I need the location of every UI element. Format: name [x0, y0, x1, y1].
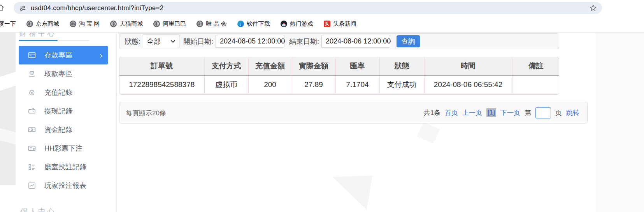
toutiao-icon: 头 — [324, 21, 330, 27]
site-info-icon[interactable] — [19, 5, 26, 12]
page-content: 財務中心 存款專區 › 取款專區 充值記錄 提現 — [0, 33, 644, 212]
sidebar-section-title-clipped: 個人中心 — [20, 207, 90, 212]
browser-toolbar: usdt04.com/hhcp/usercenter.html?iniType=… — [0, 0, 644, 16]
globe-icon — [153, 21, 160, 27]
software-download-icon: ↓ — [237, 21, 244, 27]
col-actual-amount: 實際金額 — [292, 57, 335, 75]
bookmarks-bar: 度一下 京东商城 淘 宝 网 天猫商城 阿里巴巴 唯 品 会 ↓ 软件下载 热门… — [0, 16, 644, 33]
home-icon[interactable] — [0, 3, 5, 12]
jump-suffix-label: 页 — [555, 108, 562, 117]
chevron-down-icon — [170, 40, 175, 43]
url-text: usdt04.com/hhcp/usercenter.html?iniType=… — [31, 4, 163, 12]
chevron-right-icon: › — [100, 51, 102, 60]
status-select[interactable]: 全部 — [143, 35, 179, 48]
sidebar: 財務中心 存款專區 › 取款專區 充值記錄 提現 — [16, 33, 117, 212]
bookmark-vip[interactable]: 唯 品 会 — [197, 20, 226, 28]
bookmark-jd[interactable]: 京东商城 — [26, 20, 59, 28]
cell-recharge-amount: 200 — [248, 75, 292, 94]
left-decorative-strip — [0, 33, 16, 185]
content-edge-divider — [596, 33, 596, 212]
cell-remark — [512, 75, 559, 94]
col-remark: 備註 — [512, 57, 559, 75]
bookmark-toutiao[interactable]: 头 头条新闻 — [324, 20, 356, 28]
cell-rate: 7.1704 — [335, 75, 379, 94]
globe-icon — [70, 21, 76, 27]
status-label: 狀態: — [125, 37, 140, 46]
bookmark-alibaba[interactable]: 阿里巴巴 — [153, 20, 186, 28]
col-rate: 匯率 — [335, 57, 379, 75]
bookmark-tmall[interactable]: 天猫商城 — [110, 20, 143, 28]
bookmark-baidu[interactable]: 度一下 — [0, 20, 16, 28]
cell-order-no: 1722898542588378 — [119, 75, 204, 94]
jump-page-input[interactable] — [535, 107, 551, 118]
current-page-indicator: [1] — [486, 108, 496, 117]
hand-coins-icon — [28, 70, 36, 78]
cell-actual-amount: 27.89 — [292, 75, 335, 94]
sidebar-item-funds-record[interactable]: 資金記錄 — [19, 120, 108, 139]
deposit-card-icon — [28, 51, 36, 59]
start-date-input[interactable]: 2024-08-05 12:00:00 — [216, 35, 284, 48]
banknote-icon — [28, 126, 36, 134]
total-count: 共1条 — [424, 108, 440, 117]
sidebar-item-hall-bet-record[interactable]: 廳室投註記錄 — [19, 158, 108, 176]
search-button[interactable]: 查詢 — [397, 35, 420, 47]
bookmark-star-icon[interactable] — [589, 4, 597, 12]
page-size-text: 每頁顯示20條 — [126, 109, 166, 118]
address-bar[interactable]: usdt04.com/hhcp/usercenter.html?iniType=… — [14, 2, 602, 14]
cell-status: 支付成功 — [379, 75, 424, 94]
wallet-icon — [28, 107, 36, 115]
col-order-no: 訂單號 — [119, 57, 204, 75]
table-header-row: 訂單號 支付方式 充值金額 實際金額 匯率 狀態 時間 備註 — [119, 57, 559, 75]
sidebar-item-withdraw-zone[interactable]: 取款專區 — [19, 64, 108, 83]
prev-page-link[interactable]: 上一页 — [462, 108, 482, 117]
table-row: 1722898542588378 虚拟币 200 27.89 7.1704 支付… — [119, 75, 559, 94]
ticket-card-icon — [28, 144, 36, 152]
sidebar-item-player-bet-report[interactable]: 玩家投注報表 — [19, 176, 108, 195]
filter-bar: 狀態: 全部 開始日期: 2024-08-05 12:00:00 結束日期: 2… — [119, 33, 559, 49]
sidebar-item-recharge-record[interactable]: 充值記錄 — [19, 83, 108, 102]
end-date-input[interactable]: 2024-08-06 12:00:00 — [321, 35, 390, 48]
orders-table: 訂單號 支付方式 充值金額 實際金額 匯率 狀態 時間 備註 172289854… — [119, 57, 559, 95]
active-tab-underline — [19, 40, 58, 41]
end-date-label: 結束日期: — [289, 37, 319, 46]
cell-pay-method: 虚拟币 — [204, 75, 248, 94]
col-pay-method: 支付方式 — [204, 57, 248, 75]
next-page-link[interactable]: 下一页 — [500, 108, 520, 117]
col-status: 狀態 — [379, 57, 424, 75]
report-chart-icon — [28, 182, 36, 189]
col-recharge-amount: 充值金額 — [248, 57, 292, 75]
first-page-link[interactable]: 首页 — [445, 108, 458, 117]
sidebar-item-deposit-zone[interactable]: 存款專區 › — [19, 46, 108, 64]
money-bag-icon — [28, 89, 36, 96]
decorative-diamond — [417, 122, 440, 143]
jump-action-link[interactable]: 跳转 — [566, 108, 579, 117]
decorative-triangle — [332, 176, 372, 210]
bookmark-games[interactable]: 热门游戏 — [281, 20, 313, 28]
sidebar-item-withdraw-record[interactable]: 提現記錄 — [19, 102, 108, 120]
cell-time: 2024-08-06 06:55:42 — [424, 75, 512, 94]
right-margin — [596, 33, 644, 212]
col-time: 時間 — [424, 57, 512, 75]
pagination-bar: 每頁顯示20條 共1条 首页 上一页 [1] 下一页 第 页 跳转 — [119, 102, 588, 123]
globe-icon — [110, 21, 117, 27]
start-date-label: 開始日期: — [183, 37, 213, 46]
globe-icon — [26, 21, 33, 27]
globe-icon — [197, 21, 203, 27]
sidebar-item-hh-lottery-bet[interactable]: HH彩票下注 — [19, 139, 108, 158]
jump-prefix-label: 第 — [525, 108, 531, 117]
list-boxes-icon — [28, 163, 36, 171]
sidebar-section-title-clipped: 財務中心 — [19, 33, 89, 38]
penguin-icon — [281, 21, 287, 27]
pagination-controls: 共1条 首页 上一页 [1] 下一页 第 页 跳转 — [424, 102, 579, 123]
tab-underline-track — [58, 40, 89, 41]
bookmark-taobao[interactable]: 淘 宝 网 — [70, 20, 100, 28]
bookmark-software[interactable]: ↓ 软件下载 — [237, 20, 270, 28]
